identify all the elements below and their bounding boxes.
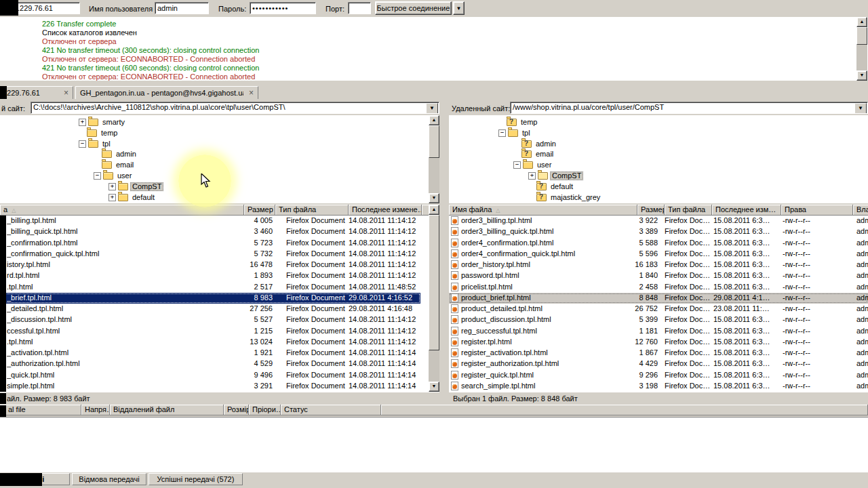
queue-tab[interactable]: Відмова передачі <box>72 473 146 485</box>
queue-tab[interactable]: Успішні передачі (572) <box>149 473 243 485</box>
file-row[interactable]: _detailed.tpl.html27 256Firefox Document… <box>0 304 420 314</box>
file-row[interactable]: istory.tpl.html16 478Firefox Document14.… <box>0 260 420 270</box>
column-header[interactable]: Тип файла <box>275 205 349 216</box>
tree-item[interactable]: −tpl <box>79 139 113 149</box>
column-header[interactable]: Имя файла△ <box>449 205 637 216</box>
tree-item[interactable]: +CompST <box>108 182 163 192</box>
tree-expander-icon[interactable]: + <box>108 183 116 190</box>
tree-item[interactable]: −user <box>94 171 134 181</box>
tree-expander-icon[interactable]: + <box>108 194 116 201</box>
column-header[interactable]: Тип файла <box>665 205 712 216</box>
file-row[interactable]: _discussion.tpl.html5 527Firefox Documen… <box>0 314 420 325</box>
file-row[interactable]: .tpl.html2 517Firefox Document14.08.2011… <box>0 282 420 293</box>
port-input[interactable] <box>348 2 371 14</box>
username-input[interactable] <box>155 2 209 14</box>
column-header[interactable]: al file <box>0 405 81 415</box>
quickconnect-button[interactable]: Быстрое соединение <box>375 1 452 15</box>
tree-item[interactable]: +CompST <box>528 171 583 181</box>
tree-item[interactable]: ?admin <box>513 139 558 149</box>
scroll-up-icon[interactable]: ▲ <box>856 17 867 27</box>
tree-item[interactable]: −tpl <box>498 128 532 138</box>
file-row[interactable]: ccessful.tpl.html1 215Firefox Document14… <box>0 326 420 337</box>
file-row[interactable]: _quick.tpl.html9 496Firefox Document14.0… <box>0 370 420 381</box>
file-row[interactable]: register.tpl.html12 760Firefox Doc…15.08… <box>449 337 868 348</box>
local-list-scrollbar[interactable]: ▲ ▼ <box>429 205 439 392</box>
file-row[interactable]: search_simple.tpl.html3 198Firefox Doc…1… <box>449 381 868 392</box>
column-header[interactable]: Размер <box>637 205 665 216</box>
tree-item[interactable]: ?default <box>528 182 575 192</box>
file-row[interactable]: register_authorization.tpl.html4 429Fire… <box>449 359 868 369</box>
queue-body[interactable] <box>0 417 868 473</box>
file-row[interactable]: order_history.tpl.html16 183Firefox Doc…… <box>449 260 868 270</box>
file-row[interactable]: .tpl.html13 024Firefox Document14.08.201… <box>0 337 420 348</box>
panel-splitter[interactable] <box>439 99 449 404</box>
column-header[interactable]: Права <box>781 205 853 216</box>
tree-item[interactable]: +smarty <box>79 117 127 127</box>
file-row[interactable]: order4_confirmation.tpl.html5 588Firefox… <box>449 238 868 249</box>
tree-expander-icon[interactable]: + <box>528 172 536 180</box>
column-header[interactable]: Пріори… <box>249 405 281 415</box>
file-row[interactable]: _confirmation_quick.tpl.html5 732Firefox… <box>0 249 420 260</box>
tree-expander-icon[interactable]: − <box>513 161 521 169</box>
file-row[interactable]: reg_successful.tpl.html1 181Firefox Doc…… <box>449 326 868 337</box>
tree-expander-icon[interactable]: − <box>79 140 86 148</box>
tree-expander-icon[interactable]: − <box>94 172 101 180</box>
scroll-down-icon[interactable]: ▼ <box>429 382 439 392</box>
tree-item[interactable]: ?temp <box>498 117 539 127</box>
file-row[interactable]: product_discussion.tpl.html5 399Firefox … <box>449 314 868 325</box>
file-row[interactable]: order4_confirmation_quick.tpl.html5 596F… <box>449 249 868 260</box>
remote-path-combo[interactable]: /www/shop.vitrina.pl.ua/core/tpl/user/Co… <box>510 102 868 114</box>
file-row[interactable]: simple.tpl.html3 291Firefox Document14.0… <box>0 381 420 392</box>
tree-item[interactable]: ?majastick_grey <box>528 192 602 203</box>
password-input[interactable] <box>250 2 316 14</box>
local-path-combo[interactable]: C:\!docs!\!archives\Archive_110812\shop.… <box>31 102 439 114</box>
tree-expander-icon[interactable]: − <box>498 129 506 137</box>
host-input[interactable] <box>15 2 80 14</box>
file-row[interactable]: product_detailed.tpl.html26 752Firefox D… <box>449 304 868 314</box>
file-row[interactable]: product_brief.tpl.html8 848Firefox Doc…2… <box>449 293 868 304</box>
tree-item[interactable]: +default <box>108 192 157 203</box>
scroll-up-icon[interactable]: ▲ <box>429 205 439 215</box>
column-header[interactable]: Розмір <box>224 405 249 415</box>
tree-item[interactable]: temp <box>79 128 119 138</box>
file-row[interactable]: _authorization.tpl.html4 529Firefox Docu… <box>0 359 420 369</box>
scrollbar-thumb[interactable] <box>856 27 867 45</box>
local-tree-scrollbar[interactable]: ▲ ▼ <box>429 115 439 203</box>
tree-item[interactable]: ?email <box>513 149 555 159</box>
tree-expander-icon[interactable]: + <box>79 119 86 126</box>
server-tab[interactable]: .229.76.61× <box>0 86 73 99</box>
remote-path-dropdown-icon[interactable]: ▼ <box>854 103 867 114</box>
scroll-up-icon[interactable]: ▲ <box>429 115 439 125</box>
scrollbar-thumb[interactable] <box>429 215 439 350</box>
column-header[interactable]: Статус <box>281 405 381 415</box>
scrollbar-thumb[interactable] <box>429 125 439 158</box>
column-header[interactable]: Віддалений файл <box>110 405 224 415</box>
file-row[interactable]: _activation.tpl.html1 921Firefox Documen… <box>0 348 420 359</box>
file-row[interactable]: _confirmation.tpl.html5 723Firefox Docum… <box>0 238 420 249</box>
file-row[interactable]: register_activation.tpl.html1 867Firefox… <box>449 348 868 359</box>
close-icon[interactable]: × <box>64 89 68 96</box>
scroll-down-icon[interactable]: ▼ <box>856 70 867 81</box>
tree-item[interactable]: −user <box>513 160 553 170</box>
column-header[interactable]: Размер <box>244 205 275 216</box>
file-row[interactable]: pricelist.tpl.html2 458Firefox Doc…15.08… <box>449 282 868 293</box>
file-row[interactable]: _billing_quick.tpl.html3 460Firefox Docu… <box>0 226 420 237</box>
local-path-dropdown-icon[interactable]: ▼ <box>426 103 438 114</box>
scroll-down-icon[interactable]: ▼ <box>429 193 439 203</box>
column-header[interactable]: Последнее изм… <box>712 205 781 216</box>
file-row[interactable]: _brief.tpl.html8 983Firefox Document29.0… <box>0 293 420 304</box>
file-row[interactable]: order3_billing.tpl.html3 922Firefox Doc…… <box>449 216 868 226</box>
file-row[interactable]: password.tpl.html1 840Firefox Doc…15.08.… <box>449 270 868 281</box>
column-header[interactable]: Вла… <box>853 205 868 216</box>
close-icon[interactable]: × <box>249 89 254 96</box>
file-row[interactable]: rd.tpl.html1 893Firefox Document14.08.20… <box>0 270 420 281</box>
server-tab[interactable]: GH_pentagon.in.ua - pentagon@hvs4.gigaho… <box>75 86 258 99</box>
column-header[interactable] <box>381 405 868 415</box>
column-header[interactable]: Последнее измене… <box>349 205 422 216</box>
file-row[interactable]: register_quick.tpl.html9 296Firefox Doc…… <box>449 370 868 381</box>
column-header[interactable]: Напря… <box>81 405 110 415</box>
file-row[interactable]: order3_billing_quick.tpl.html3 389Firefo… <box>449 226 868 237</box>
log-scrollbar[interactable]: ▲ ▼ <box>856 17 867 81</box>
tree-item[interactable]: admin <box>94 149 138 159</box>
quickconnect-dropdown-button[interactable]: ▼ <box>453 1 465 15</box>
